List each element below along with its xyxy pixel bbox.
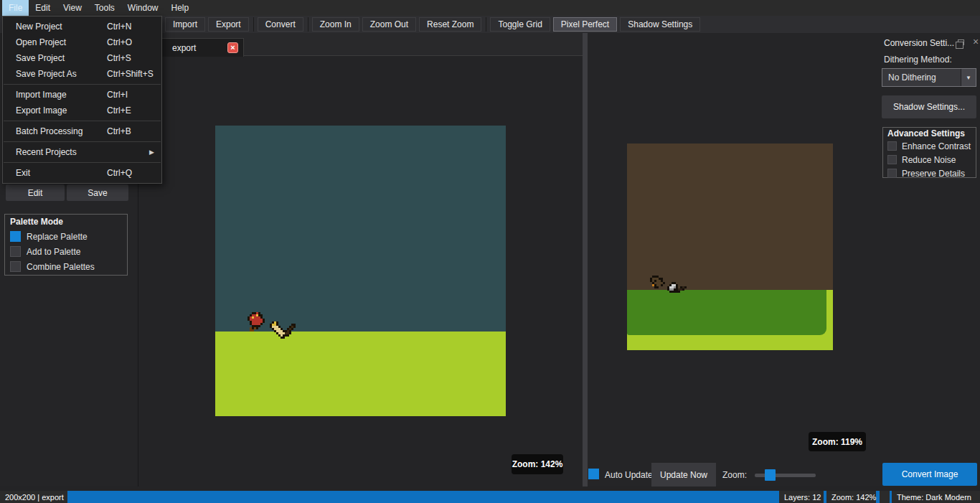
replace-palette-option[interactable]: Replace Palette — [5, 229, 127, 244]
pixel-art-converter-window: File Edit View Tools Window Help Import … — [0, 0, 980, 503]
convert-image-button[interactable]: Convert Image — [882, 463, 977, 486]
menu-bar: File Edit View Tools Window Help — [0, 0, 980, 16]
tab-title: export — [172, 43, 196, 53]
combine-palettes-label: Combine Palettes — [27, 262, 95, 272]
toolbar-reset-zoom-button[interactable]: Reset Zoom — [419, 17, 481, 32]
tab-bar: export × — [139, 33, 583, 56]
toolbar-pixel-perfect-button[interactable]: Pixel Perfect — [553, 17, 617, 32]
preserve-details-option[interactable]: Preserve Details — [883, 166, 976, 180]
menu-item-shortcut: Ctrl+E — [107, 103, 131, 118]
zoom-slider-track[interactable] — [755, 474, 816, 477]
reduce-noise-option[interactable]: Reduce Noise — [883, 153, 976, 166]
enhance-contrast-checkbox[interactable] — [887, 141, 897, 151]
close-panel-icon[interactable]: × — [970, 36, 980, 47]
chevron-down-icon[interactable]: ▼ — [961, 69, 976, 86]
converted-sky-region — [627, 144, 833, 290]
add-to-palette-checkbox[interactable] — [10, 246, 21, 257]
menu-item-shortcut: Ctrl+B — [107, 123, 131, 139]
menu-item-shortcut: Ctrl+N — [107, 19, 131, 34]
toolbar-separator — [253, 17, 254, 32]
menu-item-label: Import Image — [16, 90, 67, 100]
add-to-palette-option[interactable]: Add to Palette — [5, 244, 127, 259]
update-now-button[interactable]: Update Now — [651, 463, 716, 486]
status-image-info: 200x200 | export — [0, 491, 67, 503]
menu-window[interactable]: Window — [121, 0, 165, 16]
toolbar-toggle-grid-button[interactable]: Toggle Grid — [490, 17, 550, 32]
replace-palette-checkbox[interactable] — [10, 231, 21, 242]
auto-update-checkbox[interactable] — [588, 469, 599, 479]
menu-item-label: Batch Processing — [16, 126, 83, 136]
reduce-noise-checkbox[interactable] — [887, 155, 897, 164]
menu-item-shortcut: Ctrl+Shift+S — [107, 66, 154, 82]
status-zoom: Zoom: 142% — [826, 491, 876, 503]
shadow-settings-button[interactable]: Shadow Settings... — [882, 95, 976, 118]
edit-button[interactable]: Edit — [6, 184, 65, 201]
combine-palettes-checkbox[interactable] — [10, 261, 21, 272]
menu-item-export-image[interactable]: Export Image Ctrl+E — [3, 103, 161, 118]
menu-item-batch-processing[interactable]: Batch Processing Ctrl+B — [3, 123, 161, 139]
menu-edit[interactable]: Edit — [29, 0, 57, 16]
menu-item-save-project[interactable]: Save Project Ctrl+S — [3, 50, 161, 66]
add-to-palette-label: Add to Palette — [27, 247, 80, 257]
preserve-details-checkbox[interactable] — [887, 169, 897, 178]
menu-item-shortcut: Ctrl+I — [107, 87, 128, 103]
float-panel-icon[interactable] — [958, 39, 964, 45]
zoom-slider-handle[interactable] — [765, 469, 776, 481]
menu-item-shortcut: Ctrl+S — [107, 50, 131, 66]
enhance-contrast-label: Enhance Contrast — [902, 141, 971, 151]
dithering-method-label: Dithering Method: — [884, 55, 952, 65]
dithering-method-value: No Dithering — [888, 72, 936, 83]
converted-grass-region — [627, 290, 826, 335]
source-grass-region — [215, 332, 506, 416]
menu-item-label: New Project — [16, 22, 62, 32]
menu-item-label: Exit — [16, 168, 30, 178]
menu-separator — [4, 84, 161, 85]
menu-file[interactable]: File — [2, 0, 29, 16]
menu-tools[interactable]: Tools — [88, 0, 121, 16]
menu-item-new-project[interactable]: New Project Ctrl+N — [3, 19, 161, 34]
source-image-canvas[interactable] — [215, 126, 506, 416]
toolbar-zoom-out-button[interactable]: Zoom Out — [362, 17, 416, 32]
tab-close-icon[interactable]: × — [227, 42, 238, 53]
toolbar-zoom-in-button[interactable]: Zoom In — [312, 17, 359, 32]
menu-view[interactable]: View — [57, 0, 88, 16]
menu-separator — [4, 121, 161, 121]
menu-item-exit[interactable]: Exit Ctrl+Q — [3, 165, 161, 181]
toolbar-separator — [308, 17, 308, 32]
menu-item-open-project[interactable]: Open Project Ctrl+O — [3, 34, 161, 50]
menu-item-label: Save Project — [16, 53, 65, 63]
reduce-noise-label: Reduce Noise — [902, 155, 956, 165]
status-layers: Layers: 12 — [779, 491, 824, 503]
enhance-contrast-option[interactable]: Enhance Contrast — [883, 139, 976, 153]
replace-palette-label: Replace Palette — [27, 232, 88, 242]
menu-item-recent-projects[interactable]: Recent Projects ▶ — [3, 144, 161, 160]
menu-item-shortcut: Ctrl+Q — [107, 165, 132, 181]
menu-item-label: Open Project — [16, 37, 66, 47]
menu-separator — [4, 141, 161, 142]
conversion-panel-area: Conversion Setti... × Dithering Method: … — [588, 33, 980, 486]
toolbar-import-button[interactable]: Import — [165, 17, 205, 32]
source-sky-region — [215, 126, 506, 332]
converted-zoom-badge: Zoom: 119% — [809, 432, 866, 451]
toolbar-convert-button[interactable]: Convert — [258, 17, 303, 32]
combine-palettes-option[interactable]: Combine Palettes — [5, 259, 127, 274]
menu-item-label: Export Image — [16, 105, 67, 116]
status-theme: Theme: Dark Modern — [892, 491, 980, 503]
advanced-settings-group: Advanced Settings Enhance Contrast Reduc… — [882, 127, 976, 178]
palette-mode-title: Palette Mode — [5, 215, 127, 229]
tab-export[interactable]: export × — [161, 38, 244, 57]
menu-item-save-project-as[interactable]: Save Project As Ctrl+Shift+S — [3, 66, 161, 82]
toolbar-shadow-settings-button[interactable]: Shadow Settings — [620, 17, 700, 32]
menu-item-label: Recent Projects — [16, 147, 77, 157]
menu-separator — [4, 162, 161, 163]
menu-item-import-image[interactable]: Import Image Ctrl+I — [3, 87, 161, 103]
save-button[interactable]: Save — [67, 184, 128, 201]
dithering-method-select[interactable]: No Dithering ▼ — [882, 68, 976, 87]
converted-image-canvas[interactable] — [627, 144, 833, 350]
toolbar-export-button[interactable]: Export — [208, 17, 249, 32]
panel-divider[interactable] — [583, 33, 588, 486]
menu-help[interactable]: Help — [165, 0, 196, 16]
menu-item-shortcut: Ctrl+O — [107, 34, 132, 50]
file-dropdown-menu: New Project Ctrl+N Open Project Ctrl+O S… — [2, 16, 162, 184]
status-bar: 200x200 | export Layers: 12 Zoom: 142% T… — [0, 491, 980, 503]
